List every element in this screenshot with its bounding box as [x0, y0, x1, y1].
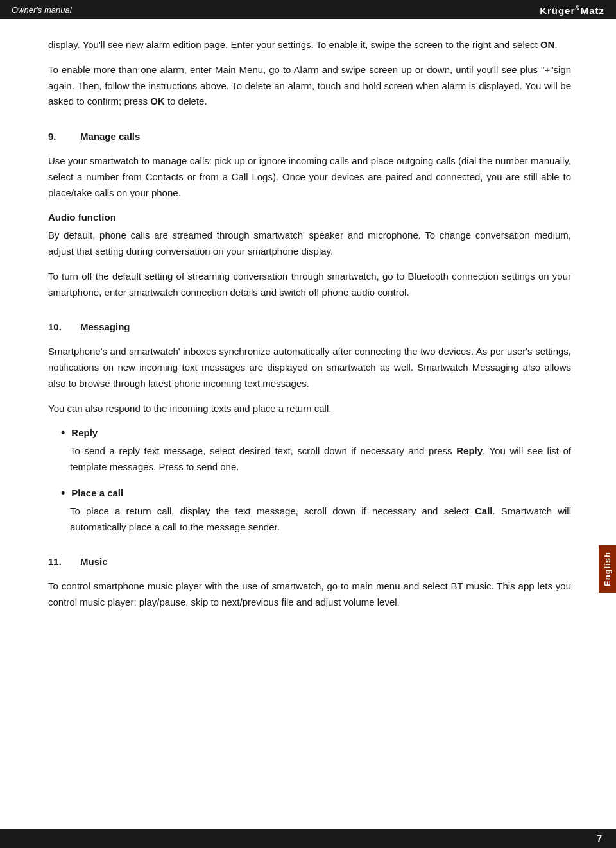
section-11-number: 11. — [48, 554, 67, 570]
intro-para-2: To enable more than one alarm, enter Mai… — [48, 62, 571, 110]
audio-function-title: Audio function — [48, 210, 571, 225]
intro-para-1: display. You'll see new alarm edition pa… — [48, 37, 571, 53]
section-11-para-1: To control smartphone music player with … — [48, 579, 571, 611]
bullet-dot-reply: • — [61, 427, 65, 438]
bullet-reply-body: To send a reply text message, select des… — [61, 443, 571, 475]
language-tab: English — [599, 545, 616, 593]
page-number: 7 — [597, 833, 602, 844]
audio-function-para-2: To turn off the default setting of strea… — [48, 269, 571, 301]
intro-block: display. You'll see new alarm edition pa… — [48, 37, 571, 110]
section-9-title: Manage calls — [80, 129, 140, 144]
section-music: 11. Music To control smartphone music pl… — [48, 554, 571, 611]
bullet-place-call: • Place a call To place a return call, d… — [48, 486, 571, 536]
section-10-header: 10. Messaging — [48, 319, 571, 335]
brand-logo: Krüger&Matz — [540, 4, 604, 16]
section-10-para-2: You can also respond to the incoming tex… — [48, 401, 571, 417]
audio-function-para-1: By default, phone calls are streamed thr… — [48, 228, 571, 260]
bullet-place-call-label: • Place a call — [61, 486, 571, 501]
section-9-para-1: Use your smartwatch to manage calls: pic… — [48, 153, 571, 201]
section-manage-calls: 9. Manage calls Use your smartwatch to m… — [48, 129, 571, 300]
section-9-header: 9. Manage calls — [48, 129, 571, 144]
section-11-header: 11. Music — [48, 554, 571, 570]
bullet-reply: • Reply To send a reply text message, se… — [48, 425, 571, 475]
section-messaging: 10. Messaging Smartphone's and smartwatc… — [48, 319, 571, 535]
page-footer: 7 — [0, 829, 616, 848]
manual-label: Owner's manual — [12, 5, 72, 15]
section-10-number: 10. — [48, 319, 67, 335]
bullet-dot-place-call: • — [61, 487, 65, 498]
main-content: display. You'll see new alarm edition pa… — [0, 19, 616, 662]
section-10-title: Messaging — [80, 319, 130, 335]
section-10-para-1: Smartphone's and smartwatch' inboxes syn… — [48, 344, 571, 391]
bullet-reply-title: Reply — [71, 425, 98, 441]
bullet-place-call-body: To place a return call, display the text… — [61, 504, 571, 536]
section-9-number: 9. — [48, 129, 67, 144]
page-header: Owner's manual Krüger&Matz — [0, 0, 616, 19]
section-11-title: Music — [80, 554, 108, 570]
bullet-place-call-title: Place a call — [71, 486, 123, 501]
bullet-reply-label: • Reply — [61, 425, 571, 441]
